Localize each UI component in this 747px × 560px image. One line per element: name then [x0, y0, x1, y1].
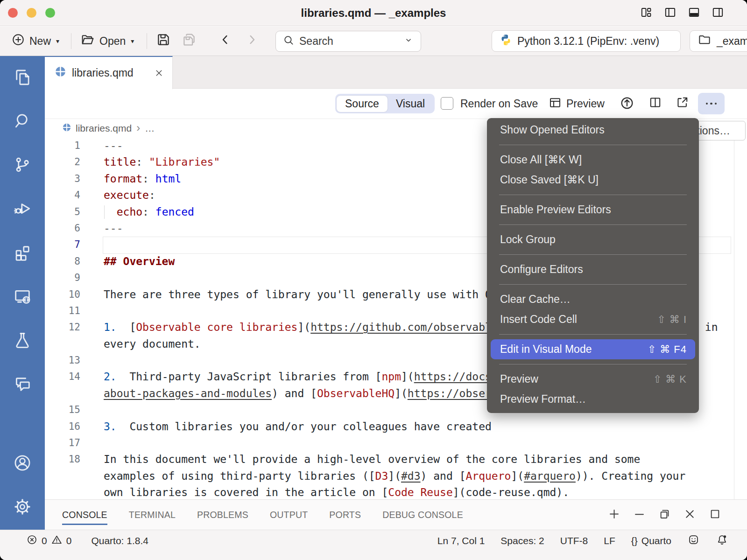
sidebar-item-settings[interactable] — [0, 486, 45, 530]
menu-item-insert-code-cell[interactable]: Insert Code Cell⇧ ⌘ I — [487, 309, 699, 329]
line-number: 17 — [45, 435, 80, 451]
save-all-icon — [181, 32, 197, 50]
menu-item-lock-group[interactable]: Lock Group — [487, 230, 699, 250]
line-number: 10 — [45, 287, 80, 303]
menu-item-show-opened-editors[interactable]: Show Opened Editors — [487, 120, 699, 140]
sidebar-item-account[interactable] — [0, 442, 45, 486]
breadcrumb-more[interactable]: … — [145, 123, 155, 134]
cursor-position-status[interactable]: Ln 7, Col 1 — [437, 535, 485, 546]
braces-icon: {} — [631, 535, 638, 546]
code-row[interactable]: 163. Custom libraries you and/or your co… — [45, 419, 747, 435]
new-button[interactable]: New ▾ — [11, 27, 59, 56]
menu-item-preview[interactable]: Preview⇧ ⌘ K — [487, 369, 699, 389]
git-branch-icon — [13, 155, 32, 176]
line-number: 18 — [45, 451, 80, 468]
quarto-icon — [63, 123, 71, 134]
panel-tab-output[interactable]: OUTPUT — [270, 507, 308, 523]
sidebar-item-extensions[interactable] — [0, 231, 45, 275]
back-button[interactable] — [218, 27, 233, 56]
open-label: Open — [99, 35, 126, 48]
run-debug-icon — [13, 199, 32, 220]
feedback-smiley-icon[interactable] — [687, 533, 700, 548]
sidebar-item-testing[interactable] — [0, 319, 45, 363]
visual-mode-button[interactable]: Visual — [388, 96, 433, 112]
minimize-panel-icon[interactable] — [633, 507, 646, 523]
menu-item-close-all-k-w[interactable]: Close All [⌘K W] — [487, 150, 699, 170]
encoding-status[interactable]: UTF-8 — [560, 535, 588, 546]
forward-button[interactable] — [245, 27, 260, 56]
open-button[interactable]: Open ▾ — [80, 27, 134, 56]
folder-icon — [698, 33, 712, 49]
source-mode-button[interactable]: Source — [337, 96, 388, 112]
interpreter-button[interactable]: Python 3.12.1 (PipEnv: .venv) — [492, 30, 681, 52]
indentation-status[interactable]: Spaces: 2 — [500, 535, 544, 546]
sidebar-item-comments[interactable] — [0, 363, 45, 407]
new-console-icon[interactable] — [607, 507, 621, 523]
project-label: _examples — [717, 35, 747, 48]
menu-item-close-saved-k-u[interactable]: Close Saved [⌘K U] — [487, 170, 699, 190]
save-icon — [155, 32, 171, 50]
panel-tab-problems[interactable]: PROBLEMS — [197, 507, 248, 523]
toggle-right-panel-icon[interactable] — [711, 6, 725, 21]
chevron-down-icon[interactable] — [403, 35, 414, 49]
code-row[interactable]: 18In this document we'll provide a high-… — [45, 451, 747, 468]
notifications-bell-icon[interactable] — [716, 533, 728, 548]
activity-bar — [0, 56, 45, 530]
panel-tab-console[interactable]: CONSOLE — [62, 507, 107, 523]
maximize-panel-icon[interactable] — [708, 507, 722, 523]
language-mode-label: Quarto — [641, 535, 671, 546]
problems-status[interactable]: 0 0 — [26, 534, 71, 548]
project-button[interactable]: _examples — [690, 30, 747, 52]
breadcrumb-file[interactable]: libraries.qmd — [76, 123, 132, 134]
search-placeholder: Search — [299, 35, 333, 48]
close-icon[interactable] — [154, 68, 164, 78]
customize-layout-icon[interactable] — [640, 6, 653, 21]
sidebar-item-source-control[interactable] — [0, 144, 45, 188]
menu-item-edit-in-visual-mode[interactable]: Edit in Visual Mode⇧ ⌘ F4 — [491, 339, 695, 359]
save-button[interactable] — [155, 27, 171, 56]
sidebar-item-run-and-debug[interactable] — [0, 188, 45, 231]
line-number: 3 — [45, 171, 80, 187]
menu-item-preview-format[interactable]: Preview Format… — [487, 389, 699, 409]
panel-tab-debug-console[interactable]: DEBUG CONSOLE — [382, 507, 463, 523]
tab-label: libraries.qmd — [72, 67, 134, 79]
toggle-left-panel-icon[interactable] — [663, 6, 677, 21]
search-icon — [13, 111, 32, 133]
tab-libraries-qmd[interactable]: libraries.qmd — [45, 56, 173, 89]
menu-item-configure-editors[interactable]: Configure Editors — [487, 259, 699, 280]
split-editor-button[interactable] — [648, 89, 662, 119]
render-on-save-checkbox[interactable] — [441, 97, 453, 110]
render-button[interactable] — [619, 89, 635, 119]
gear-icon — [13, 497, 32, 518]
panel-tab-terminal[interactable]: TERMINAL — [129, 507, 176, 523]
toggle-bottom-panel-icon[interactable] — [687, 6, 701, 21]
more-actions-button[interactable] — [698, 93, 725, 114]
line-number: 1 — [45, 138, 80, 154]
search-input[interactable]: Search — [275, 31, 421, 52]
line-number: 6 — [45, 220, 80, 237]
language-mode-status[interactable]: {} Quarto — [631, 535, 671, 546]
toolbar-divider — [71, 33, 71, 49]
menu-item-enable-preview-editors[interactable]: Enable Preview Editors — [487, 200, 699, 220]
save-all-button[interactable] — [181, 27, 197, 56]
open-in-new-window-button[interactable] — [675, 89, 690, 119]
line-number — [45, 484, 80, 499]
preview-button[interactable]: Preview — [548, 89, 605, 119]
sidebar-item-remote-explorer[interactable] — [0, 275, 45, 319]
code-row[interactable]: own libraries is covered in the article … — [45, 484, 747, 499]
beaker-icon — [13, 330, 32, 352]
menu-separator — [499, 145, 687, 145]
indent-guide — [104, 205, 105, 219]
sidebar-item-search[interactable] — [0, 100, 45, 144]
code-row[interactable]: examples of using third-party libraries … — [45, 468, 747, 484]
restore-panel-icon[interactable] — [658, 507, 671, 523]
menu-separator — [499, 224, 687, 225]
quarto-version-status[interactable]: Quarto: 1.8.4 — [91, 535, 148, 546]
sidebar-item-explorer[interactable] — [0, 56, 45, 100]
eol-status[interactable]: LF — [604, 535, 615, 546]
close-panel-icon[interactable] — [683, 507, 697, 523]
code-row[interactable]: 17 — [45, 435, 747, 451]
python-icon — [500, 34, 512, 49]
menu-item-clear-cache[interactable]: Clear Cache… — [487, 289, 699, 309]
panel-tab-ports[interactable]: PORTS — [329, 507, 361, 523]
